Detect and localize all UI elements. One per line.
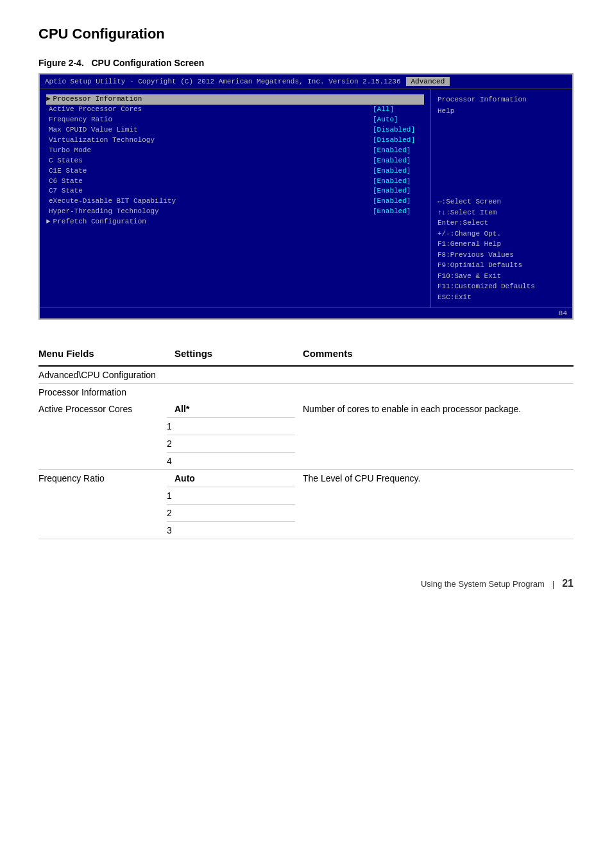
comment-0: Number of cores to enable in each proces…: [295, 401, 574, 470]
setting-value: 2: [167, 505, 295, 522]
bios-menu-item-10[interactable]: eXecute-Disable BIT Capability[Enabled]: [46, 196, 424, 207]
table-section-header-0: Processor Information: [38, 384, 574, 401]
setting-value: 4: [167, 453, 295, 470]
bios-body: ►Processor Information Active Processor …: [40, 89, 572, 308]
page-title: CPU Configuration: [38, 26, 574, 42]
bios-help-panel: Processor InformationHelp ↔:Select Scree…: [431, 89, 572, 308]
bios-menu-item-7[interactable]: C1E State[Enabled]: [46, 166, 424, 177]
table-path-row: Advanced\CPU Configuration: [38, 366, 574, 384]
bios-screen: Aptio Setup Utility - Copyright (C) 2012…: [38, 73, 574, 320]
figure-title: CPU Configuration Screen: [91, 58, 204, 68]
bios-header: Aptio Setup Utility - Copyright (C) 2012…: [40, 74, 572, 89]
page-footer: Using the System Setup Program | 21: [38, 578, 574, 589]
bios-help-info: Processor InformationHelp: [438, 94, 566, 117]
bios-footer: 84: [40, 308, 572, 318]
bios-menu-item-6[interactable]: C States[Enabled]: [46, 156, 424, 166]
col-header-comments: Comments: [295, 343, 574, 366]
bios-menu-item-8[interactable]: C6 State[Enabled]: [46, 177, 424, 187]
bios-menu-panel: ►Processor Information Active Processor …: [40, 89, 431, 308]
bios-menu-item-12[interactable]: ►Prefetch Configuration: [46, 217, 424, 227]
menu-table-section: Menu Fields Settings Comments Advanced\C…: [38, 343, 574, 539]
setting-value: 1: [167, 418, 295, 435]
bios-menu-item-1[interactable]: Active Processor Cores[All]: [46, 105, 424, 115]
col-header-settings: Settings: [167, 343, 295, 366]
bios-menu-item-3[interactable]: Max CPUID Value Limit[Disabled]: [46, 125, 424, 135]
bios-key-legend: ↔:Select Screen↑↓:Select ItemEnter:Selec…: [438, 196, 566, 302]
footer-text: Using the System Setup Program: [421, 579, 545, 589]
bios-menu-item-4[interactable]: Virtualization Technology[Disabled]: [46, 135, 424, 146]
figure-number: Figure 2-4.: [38, 58, 84, 68]
footer-separator: |: [552, 579, 554, 589]
menu-table: Menu Fields Settings Comments Advanced\C…: [38, 343, 574, 539]
bios-header-text: Aptio Setup Utility - Copyright (C) 2012…: [45, 78, 401, 85]
bios-page-number: 84: [559, 309, 567, 317]
bios-menu-item-5[interactable]: Turbo Mode[Enabled]: [46, 146, 424, 156]
field-name-1: Frequency Ratio: [38, 470, 167, 539]
table-row: Frequency RatioAutoThe Level of CPU Freq…: [38, 470, 574, 487]
setting-value: 1: [167, 487, 295, 505]
setting-value: 2: [167, 435, 295, 453]
table-row: Active Processor CoresAll*Number of core…: [38, 401, 574, 418]
footer-page-number: 21: [562, 578, 574, 589]
path-value: Advanced\CPU Configuration: [38, 366, 574, 384]
comment-1: The Level of CPU Frequency.: [295, 470, 574, 539]
bios-menu-item-11[interactable]: Hyper-Threading Technology[Enabled]: [46, 207, 424, 217]
figure-label: Figure 2-4. CPU Configuration Screen: [38, 58, 574, 68]
col-header-fields: Menu Fields: [38, 343, 167, 366]
setting-value: Auto: [167, 470, 295, 487]
setting-value: 3: [167, 522, 295, 539]
field-name-0: Active Processor Cores: [38, 401, 167, 470]
bios-menu-item-2[interactable]: Frequency Ratio[Auto]: [46, 115, 424, 125]
setting-value: All*: [167, 401, 295, 418]
bios-active-tab[interactable]: Advanced: [406, 77, 450, 86]
bios-menu-item-0[interactable]: ►Processor Information: [46, 94, 424, 105]
section-name-0: Processor Information: [38, 384, 574, 401]
bios-menu-item-9[interactable]: C7 State[Enabled]: [46, 186, 424, 196]
